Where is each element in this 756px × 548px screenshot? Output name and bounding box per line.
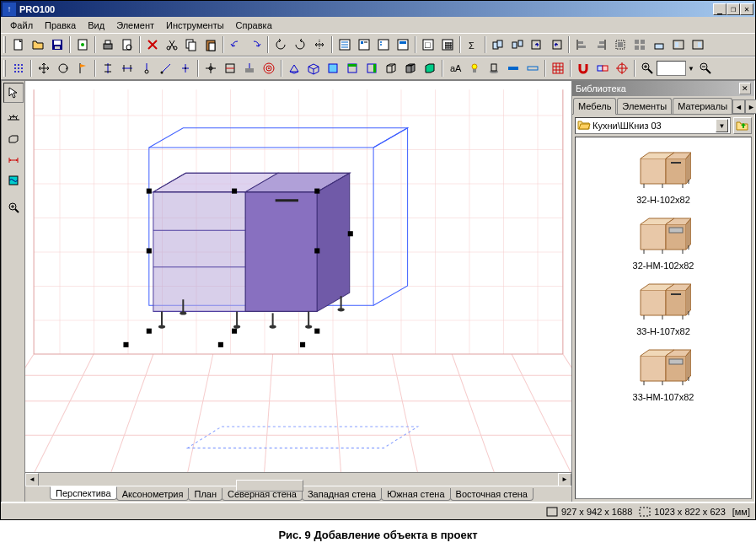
report-2-icon[interactable] [354, 35, 373, 54]
delete-icon[interactable] [142, 35, 162, 54]
canvas-3d[interactable] [25, 81, 571, 472]
print-preview-icon[interactable] [117, 35, 137, 54]
cut-icon[interactable] [162, 35, 181, 54]
tab-axon[interactable]: Аксонометрия [116, 488, 190, 501]
group-enter-icon[interactable] [527, 35, 546, 54]
flag-icon[interactable] [72, 59, 92, 78]
zoom-in-icon[interactable] [637, 59, 657, 78]
tab-east[interactable]: Восточная стена [450, 488, 533, 501]
undo-icon[interactable] [226, 35, 245, 54]
minimize-button[interactable]: _ [713, 3, 727, 15]
report-3-icon[interactable] [373, 35, 393, 54]
paste-icon[interactable] [201, 35, 220, 54]
menu-file[interactable]: Файл [4, 19, 39, 32]
tab-west[interactable]: Западная стена [302, 488, 382, 501]
collision-icon[interactable] [592, 59, 612, 78]
tab-perspective[interactable]: Перспектива [50, 486, 117, 500]
report-1-icon[interactable] [335, 35, 354, 54]
zoom-fit-icon[interactable] [3, 197, 24, 218]
panel-tool-icon[interactable] [3, 130, 24, 150]
lib-tab-furniture[interactable]: Мебель [573, 98, 616, 115]
save-icon[interactable] [47, 35, 67, 54]
target-icon[interactable] [612, 59, 631, 78]
snap-4-icon[interactable] [259, 59, 278, 78]
menu-help[interactable]: Справка [230, 19, 278, 32]
align-4-icon[interactable] [630, 35, 649, 54]
restore-button[interactable]: ❐ [727, 3, 740, 15]
menu-element[interactable]: Элемент [110, 19, 160, 32]
flip-h-icon[interactable] [309, 35, 329, 54]
group-exit-icon[interactable] [546, 35, 566, 54]
light-icon[interactable] [464, 59, 484, 78]
group-icon[interactable] [488, 35, 507, 54]
texture-tool-icon[interactable] [3, 170, 24, 191]
folder-up-button[interactable] [733, 117, 752, 134]
report-calc-icon[interactable]: ▦ [437, 35, 457, 54]
open-file-icon[interactable] [28, 35, 47, 54]
label-icon[interactable]: aA [445, 59, 464, 78]
lib-tab-materials[interactable]: Материалы [673, 98, 732, 114]
undo-properties-icon[interactable] [72, 35, 92, 54]
library-close-icon[interactable]: ✕ [739, 83, 751, 94]
h-scrollbar[interactable]: ◄ ► [25, 472, 571, 486]
path-dropdown-icon[interactable]: ▼ [716, 119, 728, 132]
report-sum-icon[interactable]: □ [418, 35, 437, 54]
tab-scroll-left[interactable]: ◄ [732, 99, 745, 114]
menu-tools[interactable]: Инструменты [160, 19, 230, 32]
center-icon[interactable] [201, 59, 220, 78]
library-item[interactable]: 32-Н-102x82 [579, 141, 748, 207]
view-iso-icon[interactable] [303, 59, 323, 78]
rotate-right-icon[interactable] [290, 35, 309, 54]
view-persp-icon[interactable] [284, 59, 303, 78]
zoom-input[interactable] [657, 61, 686, 76]
rotate-left-icon[interactable] [271, 35, 290, 54]
dimension-tool-icon[interactable] [3, 150, 24, 170]
toggle-2-icon[interactable] [523, 59, 542, 78]
snap-obj-icon[interactable] [220, 59, 239, 78]
view-side-icon[interactable] [362, 59, 381, 78]
align-3-icon[interactable] [610, 35, 630, 54]
rotate-tool-icon[interactable] [53, 59, 72, 78]
tab-plan[interactable]: План [188, 488, 223, 501]
dim-3-icon[interactable] [137, 59, 156, 78]
grid-red-icon[interactable] [548, 59, 567, 78]
close-button[interactable]: ✕ [740, 3, 753, 15]
lib-tab-elements[interactable]: Элементы [617, 98, 672, 114]
align-2-icon[interactable] [591, 35, 610, 54]
menu-view[interactable]: Вид [82, 19, 110, 32]
select-tool-icon[interactable] [3, 83, 24, 103]
dim-1-icon[interactable] [98, 59, 117, 78]
copy-icon[interactable] [181, 35, 201, 54]
new-file-icon[interactable] [8, 35, 28, 54]
view-wire-icon[interactable] [381, 59, 400, 78]
toggle-1-icon[interactable] [503, 59, 523, 78]
library-item[interactable]: 32-НМ-102x82 [579, 207, 748, 272]
align-1-icon[interactable] [571, 35, 591, 54]
view-front-icon[interactable] [342, 59, 362, 78]
library-path-combo[interactable]: Кухни\ШКниз 03 ▼ [575, 117, 731, 134]
tab-scroll-right[interactable]: ► [745, 99, 756, 114]
ungroup-icon[interactable] [507, 35, 527, 54]
light-tool-icon[interactable] [3, 110, 24, 130]
dim-4-icon[interactable] [156, 59, 175, 78]
report-4-icon[interactable] [393, 35, 412, 54]
redo-icon[interactable] [245, 35, 265, 54]
print-icon[interactable] [98, 35, 117, 54]
titlebar[interactable]: ↑ PRO100 _ ❐ ✕ [1, 1, 755, 17]
zoom-out-icon[interactable] [696, 59, 716, 78]
library-list[interactable]: 32-Н-102x82 32-НМ-102x82 33-Н-107x82 33-… [575, 137, 752, 499]
view-tex-icon[interactable] [420, 59, 439, 78]
library-item[interactable]: 33-НМ-107x82 [579, 338, 748, 404]
shadow-icon[interactable] [484, 59, 503, 78]
menu-edit[interactable]: Правка [39, 19, 82, 32]
tab-south[interactable]: Южная стена [381, 488, 450, 501]
align-5-icon[interactable] [649, 35, 668, 54]
library-item[interactable]: 33-Н-107x82 [579, 272, 748, 338]
snap-grid-icon[interactable] [8, 59, 28, 78]
view-shade-icon[interactable] [400, 59, 420, 78]
sigma-icon[interactable]: Σ [463, 35, 482, 54]
align-7-icon[interactable] [688, 35, 707, 54]
snap-3-icon[interactable] [239, 59, 259, 78]
view-top-icon[interactable] [323, 59, 342, 78]
dim-2-icon[interactable] [117, 59, 137, 78]
